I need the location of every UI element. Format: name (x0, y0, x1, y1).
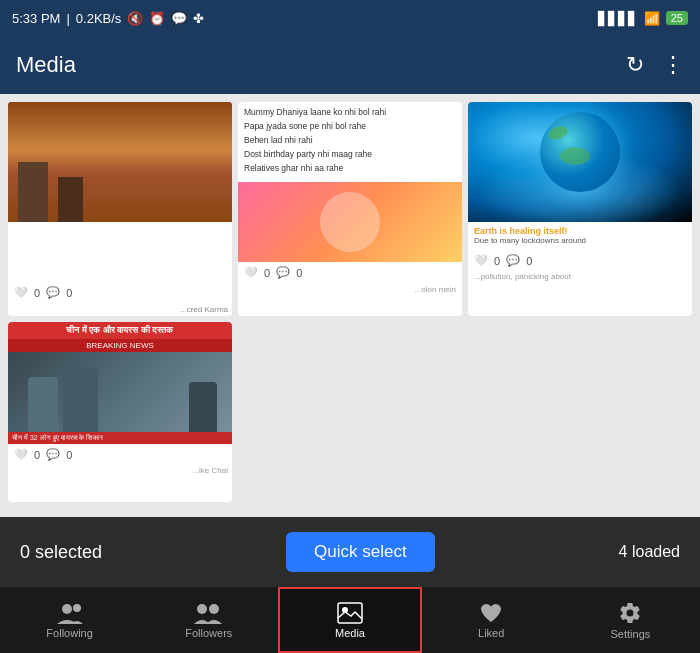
liked-icon (479, 602, 503, 624)
status-time: 5:33 PM (12, 11, 60, 26)
signal-bars-icon: ▋▋▋▋ (598, 11, 638, 26)
heart-icon-1: 🤍 (14, 286, 28, 299)
card3-text: Earth is healing itself! Due to many loc… (468, 222, 692, 250)
top-bar-actions: ↻ ⋮ (626, 52, 684, 78)
card2-line4: Dost birthday party nhi maag rahe (244, 149, 456, 161)
card3-image (468, 102, 692, 222)
card2-line2: Papa jyada sone pe nhi bol rahe (244, 121, 456, 133)
media-card-1[interactable]: So far, Animals have always Lived in Cag… (8, 102, 232, 316)
svg-rect-4 (338, 603, 362, 623)
quick-select-button[interactable]: Quick select (286, 532, 435, 572)
card2-actions: 🤍 0 💬 0 (238, 262, 462, 283)
media-grid: So far, Animals have always Lived in Cag… (8, 102, 692, 502)
media-card-3[interactable]: Earth is healing itself! Due to many loc… (468, 102, 692, 316)
dance-figure (320, 192, 380, 252)
alarm-icon: ⏰ (149, 11, 165, 26)
card4-comments: 0 (66, 449, 72, 461)
loaded-count: 4 loaded (619, 543, 680, 561)
card3-comments: 0 (526, 255, 532, 267)
status-left: 5:33 PM | 0.2KB/s 🔇 ⏰ 💬 ✤ (12, 11, 204, 26)
page-title: Media (16, 52, 76, 78)
tab-following[interactable]: Following (0, 587, 139, 653)
tab-media[interactable]: Media (278, 587, 421, 653)
followers-icon (194, 602, 224, 624)
card4-breaking: BREAKING NEWS (8, 339, 232, 352)
following-icon (57, 602, 83, 624)
card4-image (8, 352, 232, 432)
card2-likes: 0 (264, 267, 270, 279)
card3-likes: 0 (494, 255, 500, 267)
card1-likes: 0 (34, 287, 40, 299)
card2-footer: ...olon mein (238, 283, 462, 296)
card1-footer: ...cred Karma (8, 303, 232, 316)
card1-comments: 0 (66, 287, 72, 299)
battery-level: 25 (666, 11, 688, 25)
heart-icon-2: 🤍 (244, 266, 258, 279)
tab-followers[interactable]: Followers (139, 587, 278, 653)
content-area: So far, Animals have always Lived in Cag… (0, 94, 700, 517)
card4-header: चीन में एक और वायरस की दस्तक (8, 322, 232, 339)
heart-icon-4: 🤍 (14, 448, 28, 461)
card2-text: Mummy Dhaniya laane ko nhi bol rahi Papa… (238, 102, 462, 182)
svg-point-3 (209, 604, 219, 614)
card3-footer: ...pollution, panicking about (468, 271, 692, 282)
status-separator: | (66, 11, 69, 26)
comment-icon-1: 💬 (46, 286, 60, 299)
settings-icon (618, 601, 642, 625)
bottom-bar: 0 selected Quick select 4 loaded (0, 517, 700, 587)
media-icon (337, 602, 363, 624)
card3-body: Due to many lockdowns around (474, 236, 686, 246)
tab-settings-label: Settings (611, 628, 651, 640)
tab-media-label: Media (335, 627, 365, 639)
wifi-icon: 📶 (644, 11, 660, 26)
card4-likes: 0 (34, 449, 40, 461)
comment-icon-3: 💬 (506, 254, 520, 267)
card1-actions: 🤍 0 💬 0 (8, 282, 232, 303)
whatsapp-icon: 💬 (171, 11, 187, 26)
media-card-4[interactable]: चीन में एक और वायरस की दस्तक BREAKING NE… (8, 322, 232, 502)
svg-point-0 (62, 604, 72, 614)
card2-image (238, 182, 462, 262)
card2-line1: Mummy Dhaniya laane ko nhi bol rahi (244, 107, 456, 119)
comment-icon-2: 💬 (276, 266, 290, 279)
tab-following-label: Following (46, 627, 92, 639)
comment-icon-4: 💬 (46, 448, 60, 461)
status-bar: 5:33 PM | 0.2KB/s 🔇 ⏰ 💬 ✤ ▋▋▋▋ 📶 25 (0, 0, 700, 36)
tab-settings[interactable]: Settings (561, 587, 700, 653)
card3-title: Earth is healing itself! (474, 226, 686, 236)
tab-followers-label: Followers (185, 627, 232, 639)
card3-actions: 🤍 0 💬 0 (468, 250, 692, 271)
more-vert-icon[interactable]: ⋮ (662, 52, 684, 78)
svg-point-2 (197, 604, 207, 614)
tab-liked-label: Liked (478, 627, 504, 639)
media-card-2[interactable]: Mummy Dhaniya laane ko nhi bol rahi Papa… (238, 102, 462, 316)
card2-comments: 0 (296, 267, 302, 279)
card2-line5: Relatives ghar nhi aa rahe (244, 163, 456, 175)
status-right: ▋▋▋▋ 📶 25 (598, 11, 688, 26)
card4-ticker: चीन में 32 लोग हुए वायरस के शिकार (8, 432, 232, 444)
card4-footer: ...ike Chal (8, 465, 232, 476)
top-bar: Media ↻ ⋮ (0, 36, 700, 94)
refresh-icon[interactable]: ↻ (626, 52, 644, 78)
card2-line3: Behen lad nhi rahi (244, 135, 456, 147)
tab-bar: Following Followers Media Liked Settings (0, 587, 700, 653)
mute-icon: 🔇 (127, 11, 143, 26)
card4-actions: 🤍 0 💬 0 (8, 444, 232, 465)
heart-icon-3: 🤍 (474, 254, 488, 267)
tab-liked[interactable]: Liked (422, 587, 561, 653)
status-network: 0.2KB/s (76, 11, 122, 26)
selected-count: 0 selected (20, 542, 102, 563)
signal-icon: ✤ (193, 11, 204, 26)
svg-point-1 (73, 604, 81, 612)
